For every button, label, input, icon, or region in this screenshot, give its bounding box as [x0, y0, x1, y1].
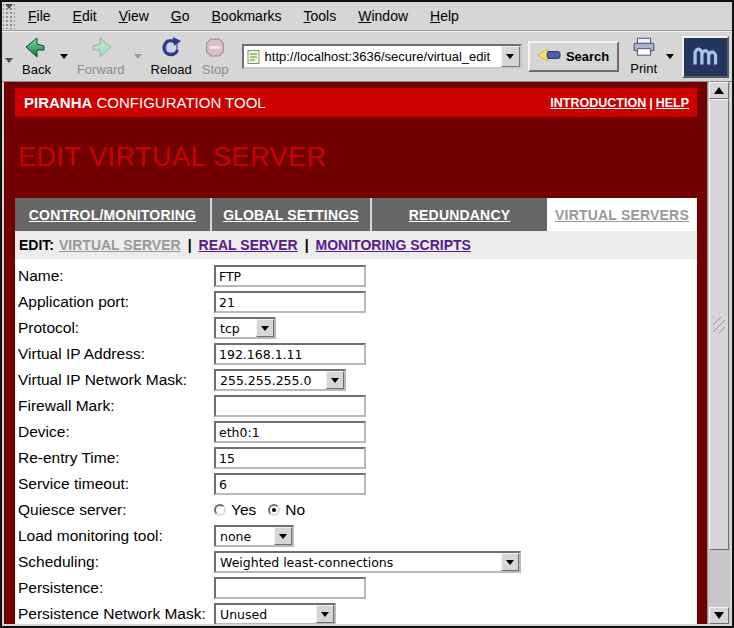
virtual-ip-mask-label: Virtual IP Network Mask: [18, 371, 214, 389]
reload-label: Reload [151, 62, 192, 77]
menu-window[interactable]: Window [347, 4, 419, 28]
brand-rest: CONFIGURATION TOOL [92, 94, 265, 111]
virtual-ip-input[interactable] [214, 343, 366, 365]
scroll-up-icon [714, 87, 724, 94]
application-port-input[interactable] [214, 291, 366, 313]
mozilla-logo-button[interactable] [682, 36, 729, 78]
subnav-real-server-link[interactable]: REAL SERVER [199, 237, 298, 253]
stop-label: Stop [202, 62, 229, 77]
back-icon [24, 37, 48, 61]
menu-file[interactable]: File [17, 4, 62, 28]
piranha-page: PIRANHA CONFIGURATION TOOL INTRODUCTION|… [4, 82, 707, 624]
url-input[interactable]: http://localhost:3636/secure/virtual_edi… [265, 49, 501, 64]
subnav-separator: | [305, 237, 309, 253]
reentry-time-input[interactable] [214, 447, 366, 469]
menu-bookmarks[interactable]: Bookmarks [201, 4, 293, 28]
header-links: INTRODUCTION|HELP [550, 96, 689, 110]
back-button[interactable]: Back [18, 36, 55, 78]
service-timeout-label: Service timeout: [18, 475, 214, 493]
navigation-toolbar: Back Forward Reload [2, 31, 732, 82]
browser-viewport: PIRANHA CONFIGURATION TOOL INTRODUCTION|… [4, 82, 707, 624]
reentry-time-label: Re-entry Time: [18, 449, 214, 467]
scheduling-label: Scheduling: [18, 553, 214, 571]
persistence-input[interactable] [214, 577, 366, 599]
header-link-separator: | [646, 96, 656, 110]
piranha-header-bar: PIRANHA CONFIGURATION TOOL INTRODUCTION|… [15, 88, 697, 117]
quiesce-yes-radio[interactable] [214, 504, 226, 516]
scroll-down-icon [714, 612, 724, 619]
form-row-name: Name: [15, 263, 697, 289]
service-timeout-input[interactable] [214, 473, 366, 495]
quiesce-yes-label: Yes [231, 501, 256, 519]
quiesce-server-label: Quiesce server: [18, 501, 214, 519]
menu-help[interactable]: Help [419, 4, 470, 28]
menubar-grip-handle[interactable] [3, 3, 15, 29]
print-icon [632, 37, 656, 60]
form-row-scheduling: Scheduling: Weighted least-connections [15, 549, 697, 575]
chevron-down-icon [279, 534, 287, 539]
scroll-down-button[interactable] [709, 607, 729, 624]
search-button[interactable]: Search [528, 41, 619, 72]
scrollbar-thumb[interactable] [709, 99, 729, 550]
name-input[interactable] [214, 265, 366, 287]
menu-view[interactable]: View [108, 4, 160, 28]
scheduling-select[interactable]: Weighted least-connections [214, 551, 521, 573]
chevron-down-icon [506, 54, 514, 59]
tab-redundancy[interactable]: REDUNDANCY [372, 198, 547, 231]
browser-window: File Edit View Go Bookmarks Tools Window… [0, 0, 734, 628]
load-monitoring-value: none [220, 529, 251, 544]
piranha-brand: PIRANHA CONFIGURATION TOOL [24, 94, 266, 111]
chevron-down-icon [321, 612, 329, 617]
scrollbar-grip-icon [713, 317, 725, 333]
protocol-select-arrow [256, 319, 274, 337]
menu-tools[interactable]: Tools [293, 4, 348, 28]
menu-go[interactable]: Go [160, 4, 201, 28]
reload-icon [159, 37, 183, 61]
vertical-scrollbar[interactable] [707, 82, 730, 624]
stop-button[interactable]: Stop [198, 36, 233, 78]
subnav-virtual-server-link: VIRTUAL SERVER [59, 237, 181, 253]
form-row-persistence: Persistence: [15, 575, 697, 601]
load-monitoring-select[interactable]: none [214, 525, 294, 547]
brand-strong: PIRANHA [24, 94, 92, 111]
persistence-mask-select[interactable]: Unused [214, 603, 336, 624]
firewall-mark-input[interactable] [214, 395, 366, 417]
chevron-down-icon [506, 560, 514, 565]
scheduling-value: Weighted least-connections [220, 555, 393, 570]
page-favicon-icon[interactable] [247, 49, 261, 65]
tab-global-settings[interactable]: GLOBAL SETTINGS [212, 198, 372, 231]
tab-virtual-servers[interactable]: VIRTUAL SERVERS [547, 198, 697, 231]
subnav-monitoring-scripts-link[interactable]: MONITORING SCRIPTS [316, 237, 471, 253]
form-row-service-timeout: Service timeout: [15, 471, 697, 497]
form-row-firewall-mark: Firewall Mark: [15, 393, 697, 419]
device-input[interactable] [214, 421, 366, 443]
help-link[interactable]: HELP [656, 96, 689, 110]
reload-button[interactable]: Reload [147, 36, 196, 78]
virtual-ip-mask-select[interactable]: 255.255.255.0 [214, 369, 346, 391]
introduction-link[interactable]: INTRODUCTION [550, 96, 646, 110]
firewall-mark-label: Firewall Mark: [18, 397, 214, 415]
virtual-ip-mask-value: 255.255.255.0 [220, 373, 311, 388]
menu-bar: File Edit View Go Bookmarks Tools Window… [2, 2, 732, 31]
menu-edit[interactable]: Edit [62, 4, 108, 28]
subnav-separator: | [188, 237, 192, 253]
url-history-dropdown[interactable] [501, 46, 520, 67]
print-dropdown-icon[interactable] [666, 54, 674, 59]
form-row-device: Device: [15, 419, 697, 445]
stop-icon [204, 37, 226, 61]
protocol-select[interactable]: tcp [214, 317, 276, 339]
application-port-label: Application port: [18, 293, 214, 311]
search-icon [538, 47, 562, 66]
forward-button[interactable]: Forward [73, 36, 129, 78]
device-label: Device: [18, 423, 214, 441]
name-label: Name: [18, 267, 214, 285]
quiesce-no-radio[interactable] [268, 504, 280, 516]
back-dropdown-icon[interactable] [60, 54, 68, 59]
forward-dropdown-icon[interactable] [134, 54, 142, 59]
scroll-up-button[interactable] [709, 82, 729, 99]
form-row-reentry-time: Re-entry Time: [15, 445, 697, 471]
tab-control-monitoring[interactable]: CONTROL/MONITORING [15, 198, 212, 231]
menu-items: File Edit View Go Bookmarks Tools Window… [17, 2, 470, 30]
print-button[interactable]: Print [626, 36, 661, 77]
persistence-mask-value: Unused [220, 607, 267, 622]
